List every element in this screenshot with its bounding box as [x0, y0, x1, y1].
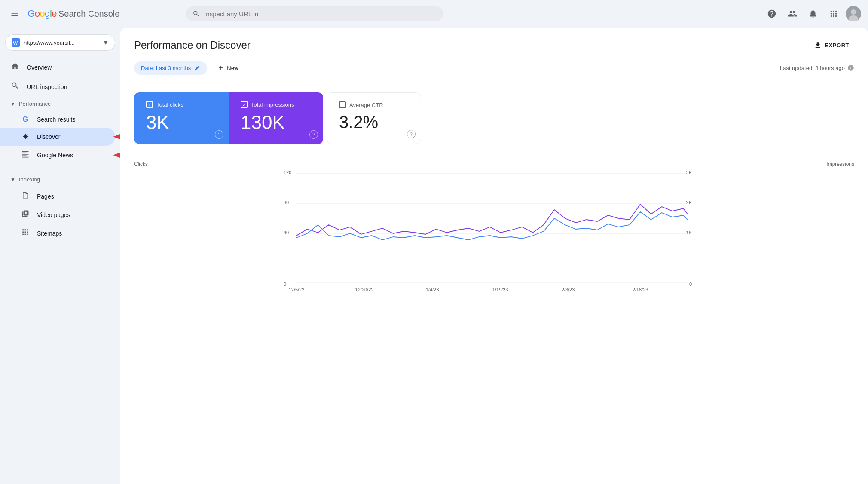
- average-ctr-label: Average CTR: [349, 102, 383, 108]
- average-ctr-value: 3.2%: [339, 113, 409, 131]
- add-icon: [217, 64, 224, 71]
- sitemaps-label: Sitemaps: [37, 230, 62, 237]
- sidebar-item-pages[interactable]: Pages: [0, 187, 115, 205]
- y-left-0: 0: [284, 282, 286, 287]
- search-icon: [10, 81, 20, 92]
- average-ctr-help-icon[interactable]: ?: [407, 130, 416, 138]
- url-inspection-label: URL inspection: [27, 83, 67, 90]
- total-clicks-help-icon[interactable]: ?: [215, 130, 223, 139]
- clicks-axis-label: Clicks: [134, 161, 148, 167]
- sidebar-item-url-inspection[interactable]: URL inspection: [0, 77, 115, 96]
- page-title: Performance on Discover: [134, 39, 251, 51]
- last-updated-text: Last updated: 8 hours ago: [780, 64, 854, 71]
- sidebar-item-overview[interactable]: Overview: [0, 58, 115, 77]
- performance-label: Performance: [19, 101, 51, 107]
- layout: W https://www.yoursit... ▼ Overview URL …: [0, 28, 868, 484]
- date-filter-label: Date: Last 3 months: [141, 65, 191, 71]
- y-right-3k: 3K: [686, 170, 692, 175]
- search-results-label: Search results: [37, 116, 75, 123]
- site-selector[interactable]: W https://www.yoursit... ▼: [5, 34, 115, 51]
- user-avatar[interactable]: [846, 6, 861, 21]
- site-url-text: https://www.yoursit...: [24, 40, 99, 46]
- red-arrow-discover: [111, 130, 120, 143]
- search-input[interactable]: [204, 10, 437, 18]
- logo-area: Google Search Console: [28, 8, 119, 19]
- pages-label: Pages: [37, 193, 54, 200]
- svg-point-1: [851, 9, 856, 15]
- home-icon: [10, 62, 20, 73]
- main-content: Performance on Discover EXPORT Date: Las…: [120, 28, 868, 484]
- total-impressions-label: Total impressions: [251, 101, 294, 108]
- accounts-button[interactable]: [784, 5, 801, 22]
- site-favicon: W: [12, 38, 20, 47]
- total-clicks-label: Total clicks: [156, 101, 183, 108]
- indexing-section-header[interactable]: ▼ Indexing: [0, 172, 120, 187]
- product-name: Search Console: [58, 9, 119, 19]
- total-clicks-card[interactable]: ✓ Total clicks 3K ?: [134, 92, 229, 144]
- y-right-0: 0: [689, 282, 692, 287]
- sidebar-item-video-pages[interactable]: Video pages: [0, 205, 115, 224]
- x-label-5: 2/3/23: [562, 287, 575, 292]
- pages-icon: [21, 191, 30, 201]
- grid-button[interactable]: [825, 5, 842, 22]
- export-icon: [814, 41, 822, 49]
- search-bar[interactable]: [186, 6, 443, 21]
- header-icons: [763, 5, 861, 22]
- export-label: EXPORT: [825, 42, 849, 49]
- sidebar-item-sitemaps[interactable]: Sitemaps: [0, 224, 115, 242]
- sidebar: W https://www.yoursit... ▼ Overview URL …: [0, 28, 120, 484]
- divider: [10, 168, 110, 168]
- new-label: New: [227, 65, 238, 71]
- sidebar-item-google-news[interactable]: Google News: [0, 146, 115, 165]
- x-label-6: 2/18/23: [633, 287, 648, 292]
- sidebar-item-search-results[interactable]: G Search results: [0, 111, 115, 128]
- video-pages-icon: [21, 210, 30, 220]
- google-g-icon: G: [21, 116, 30, 123]
- collapse-arrow-icon: ▼: [10, 101, 15, 107]
- impressions-line: [296, 204, 688, 236]
- performance-chart: 120 80 40 0 3K 2K 1K 0 12/5/22: [134, 169, 854, 298]
- total-impressions-checkbox[interactable]: ✓: [241, 101, 248, 108]
- google-logo-text: Google: [28, 8, 57, 19]
- red-arrow-google-news: [111, 149, 120, 162]
- discover-icon: ✳: [21, 132, 30, 141]
- header: Google Search Console: [0, 0, 868, 28]
- discover-label: Discover: [37, 133, 60, 140]
- hamburger-button[interactable]: [7, 6, 22, 21]
- help-button[interactable]: [763, 5, 780, 22]
- overview-label: Overview: [27, 64, 52, 71]
- export-button[interactable]: EXPORT: [809, 38, 854, 52]
- sitemaps-icon: [21, 228, 30, 238]
- average-ctr-card[interactable]: Average CTR 3.2% ?: [327, 92, 421, 144]
- total-impressions-help-icon[interactable]: ?: [309, 130, 318, 139]
- total-impressions-card[interactable]: ✓ Total impressions 130K ?: [229, 92, 323, 144]
- metric-cards: ✓ Total clicks 3K ? ✓ Total impressions …: [134, 92, 854, 144]
- last-updated-label: Last updated: 8 hours ago: [780, 65, 845, 71]
- y-left-120: 120: [284, 170, 291, 175]
- y-left-40: 40: [284, 230, 289, 235]
- svg-text:W: W: [13, 40, 18, 46]
- total-clicks-checkbox[interactable]: ✓: [146, 101, 153, 108]
- x-label-1: 12/5/22: [289, 287, 305, 292]
- filter-bar: Date: Last 3 months New Last updated: 8 …: [134, 61, 854, 82]
- collapse-arrow-icon: ▼: [10, 177, 15, 183]
- main-header: Performance on Discover EXPORT: [134, 38, 854, 52]
- search-icon: [193, 10, 200, 18]
- total-clicks-value: 3K: [146, 113, 217, 132]
- performance-section-header[interactable]: ▼ Performance: [0, 96, 120, 111]
- new-filter-button[interactable]: New: [212, 61, 243, 75]
- chevron-down-icon: ▼: [103, 39, 109, 46]
- notifications-button[interactable]: [804, 5, 822, 22]
- average-ctr-label-row: Average CTR: [339, 101, 409, 108]
- clicks-line: [296, 212, 688, 240]
- edit-icon: [194, 65, 200, 71]
- x-label-4: 1/19/23: [492, 287, 508, 292]
- sidebar-item-discover[interactable]: ✳ Discover: [0, 128, 115, 146]
- total-clicks-label-row: ✓ Total clicks: [146, 101, 217, 108]
- google-news-label: Google News: [37, 152, 73, 159]
- indexing-label: Indexing: [19, 176, 40, 183]
- x-label-3: 1/4/23: [426, 287, 439, 292]
- y-left-80: 80: [284, 200, 289, 205]
- average-ctr-checkbox[interactable]: [339, 101, 346, 108]
- date-filter-button[interactable]: Date: Last 3 months: [134, 61, 207, 75]
